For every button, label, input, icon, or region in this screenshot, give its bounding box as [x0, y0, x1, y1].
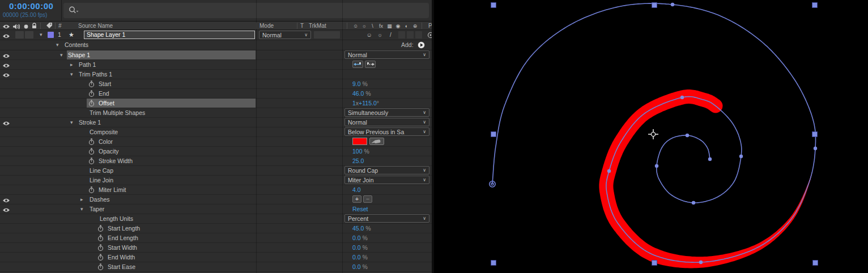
selection-handle[interactable] — [491, 3, 496, 8]
property-label[interactable]: End Width — [108, 253, 135, 262]
property-value[interactable]: 0.0 % — [352, 262, 368, 271]
selection-handle[interactable] — [812, 3, 818, 8]
source-name-column-header[interactable]: Source Name — [78, 22, 113, 30]
selection-handle[interactable] — [652, 261, 657, 266]
property-value[interactable]: 0.0 % — [352, 233, 368, 242]
property-label[interactable]: Trim Paths 1 — [79, 70, 112, 79]
path-vertex[interactable] — [739, 155, 743, 158]
timeline-row-composite[interactable]: CompositeBelow Previous in Sa∨ — [0, 127, 432, 137]
value-dropdown[interactable]: Round Cap∨ — [344, 166, 429, 174]
timeline-row-start-width[interactable]: Start Width0.0 % — [0, 243, 432, 253]
selection-handle[interactable] — [813, 261, 818, 266]
number-column-header[interactable]: # — [58, 22, 62, 30]
timeline-row-color[interactable]: Color — [0, 137, 432, 147]
property-value[interactable]: 4.0 — [352, 185, 361, 194]
timeline-row-trim-multiple-shapes[interactable]: Trim Multiple ShapesSimultaneously∨ — [0, 108, 432, 118]
timeline-row-end-width[interactable]: End Width0.0 % — [0, 253, 432, 262]
3d-cell[interactable] — [415, 31, 422, 39]
path-vertex[interactable] — [814, 147, 817, 150]
property-label[interactable]: Shape 1 — [68, 50, 90, 59]
comp-canvas[interactable] — [434, 0, 868, 273]
trkmat-cell[interactable] — [314, 31, 340, 39]
property-label[interactable]: Dashes — [90, 195, 110, 204]
property-value[interactable]: 0.0 % — [352, 243, 368, 252]
trkmat-column-header[interactable]: TrkMat — [309, 22, 326, 30]
adjustment-layer-icon[interactable]: ◐ — [402, 22, 411, 31]
anchor-point-icon[interactable] — [651, 132, 655, 136]
path-vertex[interactable] — [671, 3, 674, 6]
property-label[interactable]: Line Join — [90, 176, 113, 185]
property-value[interactable]: 9.0 % — [352, 79, 368, 88]
value-dropdown[interactable]: Below Previous in Sa∨ — [344, 127, 429, 136]
timeline-row-end[interactable]: End46.0 % — [0, 89, 432, 99]
motion-blur-cell[interactable] — [398, 31, 405, 39]
timeline-row-end-length[interactable]: End Length0.0 % — [0, 233, 432, 243]
quality-switch[interactable]: / — [385, 30, 396, 40]
effects-icon[interactable]: fx — [377, 22, 385, 31]
frame-blend-icon[interactable]: ▦ — [385, 22, 394, 31]
expand-chevron[interactable]: ▾ — [60, 50, 63, 59]
path-vertex[interactable] — [692, 201, 695, 204]
remove-dash-button[interactable]: − — [363, 195, 372, 203]
path-direction-reverse-icon[interactable] — [365, 61, 376, 68]
stopwatch-icon[interactable] — [97, 263, 104, 273]
timeline-row-taper[interactable]: ▾TaperReset — [0, 204, 432, 214]
expand-chevron[interactable]: ▾ — [70, 118, 73, 127]
property-label[interactable]: End — [99, 89, 109, 98]
path-direction-icon[interactable] — [352, 61, 363, 68]
property-label[interactable]: Start Ease — [108, 262, 135, 271]
expand-chevron[interactable]: ▾ — [70, 70, 73, 79]
layer-expand-chevron[interactable]: ▾ — [40, 30, 42, 40]
contents-expand-chevron[interactable]: ▾ — [56, 40, 59, 50]
property-label[interactable]: Composite — [90, 127, 118, 136]
timeline-row-trim-paths-1[interactable]: ▾Trim Paths 1 — [0, 70, 432, 79]
contents-row[interactable]: ▾ Contents Add: — [0, 40, 432, 50]
adjustment-cell[interactable] — [407, 31, 414, 39]
property-label[interactable]: Start Length — [108, 224, 140, 233]
preserve-transparency-column-header[interactable]: T — [300, 22, 304, 30]
path-vertex[interactable] — [655, 164, 658, 168]
timeline-row-miter-limit[interactable]: Miter Limit4.0 — [0, 185, 432, 195]
motion-blur-icon[interactable]: ◉ — [394, 22, 402, 31]
timeline-row-length-units[interactable]: Length UnitsPercent∨ — [0, 214, 432, 224]
timeline-row-start-ease[interactable]: Start Ease0.0 % — [0, 262, 432, 272]
timeline-row-opacity[interactable]: Opacity100 % — [0, 147, 432, 156]
shape-path-outline[interactable] — [492, 3, 816, 262]
path-vertex[interactable] — [686, 134, 689, 137]
value-dropdown[interactable]: Simultaneously∨ — [344, 108, 429, 117]
property-value[interactable]: 45.0 % — [352, 224, 371, 233]
property-label[interactable]: Stroke Width — [99, 156, 133, 165]
timeline-row-stroke-width[interactable]: Stroke Width25.0 — [0, 156, 432, 166]
current-time-display[interactable]: 0:00:00:00 — [9, 1, 53, 11]
value-dropdown[interactable]: Miter Join∨ — [344, 176, 429, 184]
property-label[interactable]: Offset — [99, 99, 114, 108]
layer-name-field[interactable]: Shape Layer 1 — [84, 31, 255, 39]
selection-handle[interactable] — [491, 261, 496, 266]
property-label[interactable]: Length Units — [100, 214, 133, 223]
property-label[interactable]: Opacity — [99, 147, 119, 156]
selection-handle[interactable] — [812, 132, 818, 137]
timeline-row-dashes[interactable]: ▸Dashes+− — [0, 195, 432, 204]
timeline-row-start[interactable]: Start9.0 % — [0, 79, 432, 89]
timeline-search-input[interactable] — [63, 3, 429, 18]
reset-link[interactable]: Reset — [352, 204, 368, 214]
mode-column-header[interactable]: Mode — [259, 22, 274, 30]
contents-label[interactable]: Contents — [65, 40, 88, 50]
expand-chevron[interactable]: ▸ — [80, 195, 83, 204]
audio-cell[interactable] — [15, 31, 24, 39]
property-label[interactable]: Miter Limit — [99, 185, 126, 194]
value-dropdown[interactable]: Percent∨ — [344, 214, 429, 223]
timeline-row-start-length[interactable]: Start Length45.0 % — [0, 224, 432, 233]
property-label[interactable]: Trim Multiple Shapes — [90, 108, 145, 117]
value-dropdown[interactable]: Normal∨ — [344, 118, 429, 126]
property-value[interactable]: 100 % — [352, 147, 369, 156]
property-value[interactable]: 25.0 — [352, 156, 364, 165]
add-dash-button[interactable]: + — [352, 195, 361, 203]
timeline-row-stroke-1[interactable]: ▾Stroke 1Normal∨ — [0, 118, 432, 127]
path-vertex[interactable] — [680, 96, 684, 99]
timeline-row-shape-1[interactable]: ▾Shape 1Normal∨ — [0, 50, 432, 60]
eyedropper-icon[interactable] — [369, 138, 384, 145]
layer-blend-mode-dropdown[interactable]: Normal∨ — [259, 31, 311, 39]
property-label[interactable]: Path 1 — [79, 60, 96, 69]
timeline-row-offset[interactable]: Offset1x+115.0° — [0, 99, 432, 108]
